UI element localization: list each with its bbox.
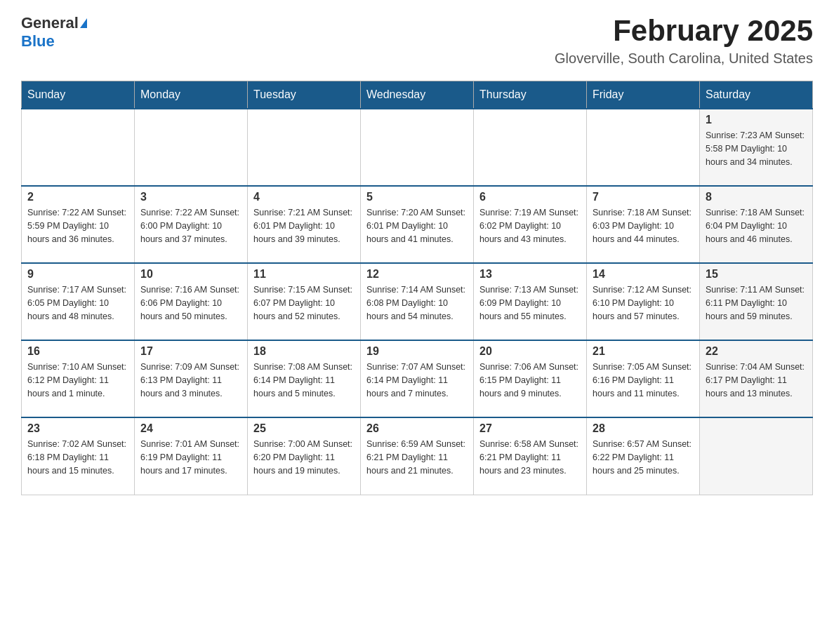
calendar-cell: 27Sunrise: 6:58 AM Sunset: 6:21 PM Dayli… xyxy=(474,417,587,495)
calendar-cell xyxy=(248,109,361,186)
calendar-cell xyxy=(22,109,135,186)
weekday-header-monday: Monday xyxy=(135,81,248,109)
day-number: 28 xyxy=(593,422,694,435)
calendar-cell: 23Sunrise: 7:02 AM Sunset: 6:18 PM Dayli… xyxy=(22,417,135,495)
day-info: Sunrise: 7:15 AM Sunset: 6:07 PM Dayligh… xyxy=(253,283,355,323)
calendar-cell: 22Sunrise: 7:04 AM Sunset: 6:17 PM Dayli… xyxy=(700,340,813,417)
day-info: Sunrise: 7:02 AM Sunset: 6:18 PM Dayligh… xyxy=(27,438,128,477)
day-number: 18 xyxy=(253,345,355,358)
calendar-cell: 16Sunrise: 7:10 AM Sunset: 6:12 PM Dayli… xyxy=(22,340,135,417)
calendar-table: SundayMondayTuesdayWednesdayThursdayFrid… xyxy=(21,81,813,495)
calendar-cell: 25Sunrise: 7:00 AM Sunset: 6:20 PM Dayli… xyxy=(248,417,361,495)
day-info: Sunrise: 7:18 AM Sunset: 6:04 PM Dayligh… xyxy=(706,206,807,246)
calendar-cell: 4Sunrise: 7:21 AM Sunset: 6:01 PM Daylig… xyxy=(248,186,361,263)
day-number: 19 xyxy=(366,345,468,358)
day-number: 27 xyxy=(479,422,581,435)
day-info: Sunrise: 7:05 AM Sunset: 6:16 PM Dayligh… xyxy=(593,361,694,400)
calendar-cell xyxy=(700,417,813,495)
day-number: 22 xyxy=(706,345,807,358)
calendar-cell: 11Sunrise: 7:15 AM Sunset: 6:07 PM Dayli… xyxy=(248,263,361,340)
day-info: Sunrise: 7:19 AM Sunset: 6:02 PM Dayligh… xyxy=(479,206,581,246)
calendar-cell xyxy=(135,109,248,186)
calendar-cell: 19Sunrise: 7:07 AM Sunset: 6:14 PM Dayli… xyxy=(361,340,474,417)
day-info: Sunrise: 7:00 AM Sunset: 6:20 PM Dayligh… xyxy=(253,438,355,477)
day-info: Sunrise: 6:58 AM Sunset: 6:21 PM Dayligh… xyxy=(479,438,581,477)
week-row-2: 2Sunrise: 7:22 AM Sunset: 5:59 PM Daylig… xyxy=(22,186,813,263)
day-number: 4 xyxy=(253,191,355,203)
day-number: 10 xyxy=(140,268,241,281)
day-number: 12 xyxy=(366,268,468,281)
day-number: 8 xyxy=(706,191,807,203)
day-info: Sunrise: 7:07 AM Sunset: 6:14 PM Dayligh… xyxy=(366,361,468,400)
day-info: Sunrise: 7:17 AM Sunset: 6:05 PM Dayligh… xyxy=(27,283,128,323)
day-number: 20 xyxy=(479,345,581,358)
week-row-3: 9Sunrise: 7:17 AM Sunset: 6:05 PM Daylig… xyxy=(22,263,813,340)
weekday-header-sunday: Sunday xyxy=(22,81,135,109)
subtitle: Gloverville, South Carolina, United Stat… xyxy=(555,51,813,67)
calendar-cell: 2Sunrise: 7:22 AM Sunset: 5:59 PM Daylig… xyxy=(22,186,135,263)
calendar-cell: 12Sunrise: 7:14 AM Sunset: 6:08 PM Dayli… xyxy=(361,263,474,340)
day-number: 17 xyxy=(140,345,241,358)
calendar-cell: 5Sunrise: 7:20 AM Sunset: 6:01 PM Daylig… xyxy=(361,186,474,263)
day-number: 16 xyxy=(27,345,128,358)
day-info: Sunrise: 7:14 AM Sunset: 6:08 PM Dayligh… xyxy=(366,283,468,323)
day-number: 5 xyxy=(366,191,468,203)
week-row-5: 23Sunrise: 7:02 AM Sunset: 6:18 PM Dayli… xyxy=(22,417,813,495)
calendar-cell: 21Sunrise: 7:05 AM Sunset: 6:16 PM Dayli… xyxy=(587,340,700,417)
day-number: 11 xyxy=(253,268,355,281)
day-info: Sunrise: 7:01 AM Sunset: 6:19 PM Dayligh… xyxy=(140,438,241,477)
calendar-cell: 17Sunrise: 7:09 AM Sunset: 6:13 PM Dayli… xyxy=(135,340,248,417)
day-number: 25 xyxy=(253,422,355,435)
day-info: Sunrise: 7:04 AM Sunset: 6:17 PM Dayligh… xyxy=(706,361,807,400)
calendar-cell: 26Sunrise: 6:59 AM Sunset: 6:21 PM Dayli… xyxy=(361,417,474,495)
calendar-cell xyxy=(361,109,474,186)
day-number: 13 xyxy=(479,268,581,281)
calendar-cell: 20Sunrise: 7:06 AM Sunset: 6:15 PM Dayli… xyxy=(474,340,587,417)
weekday-header-thursday: Thursday xyxy=(474,81,587,109)
day-info: Sunrise: 7:06 AM Sunset: 6:15 PM Dayligh… xyxy=(479,361,581,400)
day-info: Sunrise: 7:22 AM Sunset: 5:59 PM Dayligh… xyxy=(27,206,128,246)
calendar-cell: 14Sunrise: 7:12 AM Sunset: 6:10 PM Dayli… xyxy=(587,263,700,340)
calendar-cell: 7Sunrise: 7:18 AM Sunset: 6:03 PM Daylig… xyxy=(587,186,700,263)
day-info: Sunrise: 7:08 AM Sunset: 6:14 PM Dayligh… xyxy=(253,361,355,400)
day-info: Sunrise: 7:22 AM Sunset: 6:00 PM Dayligh… xyxy=(140,206,241,246)
day-info: Sunrise: 7:09 AM Sunset: 6:13 PM Dayligh… xyxy=(140,361,241,400)
day-number: 2 xyxy=(27,191,128,203)
day-number: 14 xyxy=(593,268,694,281)
day-info: Sunrise: 6:59 AM Sunset: 6:21 PM Dayligh… xyxy=(366,438,468,477)
calendar-cell: 15Sunrise: 7:11 AM Sunset: 6:11 PM Dayli… xyxy=(700,263,813,340)
day-info: Sunrise: 7:13 AM Sunset: 6:09 PM Dayligh… xyxy=(479,283,581,323)
calendar-cell: 10Sunrise: 7:16 AM Sunset: 6:06 PM Dayli… xyxy=(135,263,248,340)
week-row-1: 1Sunrise: 7:23 AM Sunset: 5:58 PM Daylig… xyxy=(22,109,813,186)
logo-general-text: General xyxy=(21,14,79,32)
day-info: Sunrise: 7:21 AM Sunset: 6:01 PM Dayligh… xyxy=(253,206,355,246)
calendar-cell: 18Sunrise: 7:08 AM Sunset: 6:14 PM Dayli… xyxy=(248,340,361,417)
weekday-header-row: SundayMondayTuesdayWednesdayThursdayFrid… xyxy=(22,81,813,109)
calendar-cell: 1Sunrise: 7:23 AM Sunset: 5:58 PM Daylig… xyxy=(700,109,813,186)
logo-triangle-icon xyxy=(80,18,87,28)
main-title: February 2025 xyxy=(555,14,813,48)
day-number: 21 xyxy=(593,345,694,358)
day-info: Sunrise: 7:23 AM Sunset: 5:58 PM Dayligh… xyxy=(706,129,807,168)
calendar-cell: 24Sunrise: 7:01 AM Sunset: 6:19 PM Dayli… xyxy=(135,417,248,495)
weekday-header-wednesday: Wednesday xyxy=(361,81,474,109)
day-info: Sunrise: 7:11 AM Sunset: 6:11 PM Dayligh… xyxy=(706,283,807,323)
day-number: 24 xyxy=(140,422,241,435)
day-info: Sunrise: 6:57 AM Sunset: 6:22 PM Dayligh… xyxy=(593,438,694,477)
day-number: 15 xyxy=(706,268,807,281)
weekday-header-tuesday: Tuesday xyxy=(248,81,361,109)
calendar-cell: 6Sunrise: 7:19 AM Sunset: 6:02 PM Daylig… xyxy=(474,186,587,263)
day-number: 6 xyxy=(479,191,581,203)
day-info: Sunrise: 7:16 AM Sunset: 6:06 PM Dayligh… xyxy=(140,283,241,323)
calendar-cell: 28Sunrise: 6:57 AM Sunset: 6:22 PM Dayli… xyxy=(587,417,700,495)
page-header: General Blue February 2025 Gloverville, … xyxy=(21,14,813,67)
calendar-cell xyxy=(587,109,700,186)
calendar-cell: 8Sunrise: 7:18 AM Sunset: 6:04 PM Daylig… xyxy=(700,186,813,263)
logo: General Blue xyxy=(21,14,87,51)
logo-blue-text: Blue xyxy=(21,32,55,51)
day-number: 7 xyxy=(593,191,694,203)
calendar-cell xyxy=(474,109,587,186)
day-info: Sunrise: 7:20 AM Sunset: 6:01 PM Dayligh… xyxy=(366,206,468,246)
day-info: Sunrise: 7:10 AM Sunset: 6:12 PM Dayligh… xyxy=(27,361,128,400)
day-number: 23 xyxy=(27,422,128,435)
